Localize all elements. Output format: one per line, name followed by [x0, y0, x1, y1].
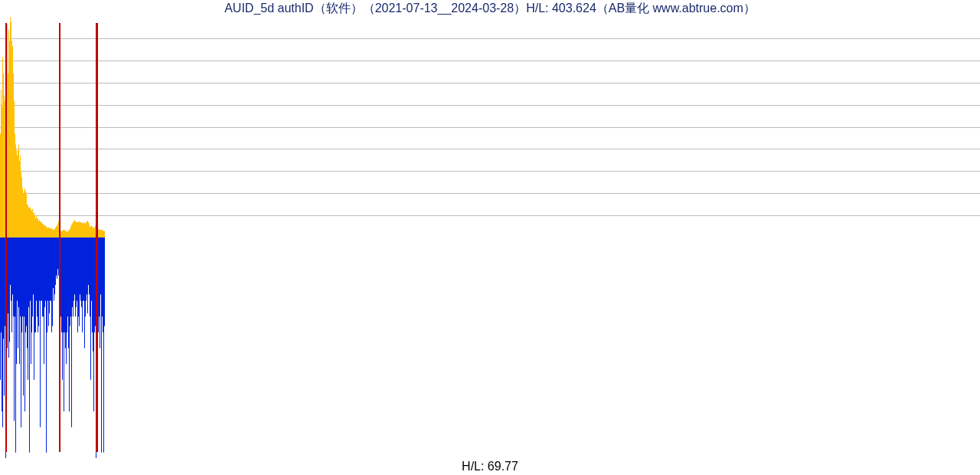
- svg-rect-240: [72, 238, 73, 307]
- svg-rect-228: [63, 238, 64, 332]
- svg-rect-204: [44, 238, 45, 307]
- svg-rect-232: [66, 238, 67, 364]
- svg-rect-80: [54, 229, 55, 238]
- svg-rect-255: [83, 238, 84, 301]
- svg-rect-180: [26, 238, 27, 326]
- svg-rect-212: [51, 238, 51, 301]
- svg-rect-142: [102, 230, 103, 238]
- svg-rect-102: [71, 224, 72, 238]
- svg-rect-27: [14, 101, 15, 238]
- svg-rect-188: [32, 238, 33, 316]
- svg-rect-157: [8, 238, 9, 358]
- svg-rect-35: [20, 156, 21, 238]
- svg-rect-141: [101, 230, 102, 238]
- svg-rect-196: [38, 238, 39, 326]
- svg-rect-24: [11, 41, 12, 238]
- svg-rect-218: [55, 238, 56, 285]
- svg-rect-250: [80, 238, 80, 294]
- svg-rect-197: [39, 238, 40, 301]
- svg-rect-281: [103, 238, 104, 453]
- svg-rect-166: [15, 238, 16, 453]
- svg-rect-227: [62, 238, 63, 380]
- svg-rect-215: [53, 238, 54, 288]
- svg-rect-151: [4, 238, 5, 395]
- svg-rect-278: [101, 238, 102, 453]
- svg-rect-55: [35, 218, 36, 238]
- svg-rect-47: [29, 208, 30, 238]
- svg-rect-229: [64, 238, 64, 411]
- svg-rect-263: [90, 238, 90, 316]
- svg-rect-11: [2, 106, 2, 238]
- svg-rect-32: [18, 150, 18, 238]
- svg-rect-82: [56, 227, 57, 238]
- svg-rect-208: [47, 238, 48, 301]
- svg-rect-21: [9, 41, 10, 238]
- svg-rect-253: [82, 238, 83, 332]
- svg-rect-53: [34, 213, 34, 238]
- svg-rect-50: [31, 210, 32, 238]
- svg-rect-161: [11, 238, 12, 332]
- svg-rect-137: [98, 229, 99, 238]
- svg-rect-193: [36, 238, 37, 301]
- svg-rect-150: [3, 238, 4, 339]
- svg-rect-56: [36, 215, 37, 238]
- svg-rect-18: [7, 25, 8, 238]
- svg-rect-252: [81, 238, 82, 307]
- svg-rect-48: [30, 208, 31, 238]
- svg-rect-169: [18, 238, 18, 348]
- svg-rect-43: [26, 194, 27, 238]
- svg-rect-132: [94, 228, 95, 238]
- svg-rect-96: [67, 232, 67, 238]
- svg-rect-159: [10, 238, 11, 285]
- svg-rect-221: [57, 238, 58, 269]
- svg-rect-119: [84, 223, 85, 238]
- svg-rect-81: [55, 228, 56, 238]
- svg-rect-109: [77, 222, 77, 238]
- svg-rect-155: [7, 238, 8, 348]
- svg-rect-112: [79, 221, 80, 238]
- svg-rect-120: [85, 223, 86, 238]
- svg-rect-149: [2, 238, 3, 428]
- svg-rect-116: [82, 223, 83, 238]
- svg-rect-147: [1, 238, 2, 332]
- svg-rect-175: [22, 238, 23, 316]
- svg-rect-89: [61, 231, 62, 238]
- svg-rect-168: [17, 238, 18, 301]
- svg-rect-88: [60, 231, 61, 238]
- svg-rect-167: [16, 238, 17, 364]
- svg-rect-274: [98, 238, 99, 332]
- svg-rect-129: [92, 227, 93, 238]
- svg-rect-37: [21, 178, 22, 238]
- svg-rect-217: [54, 238, 55, 294]
- svg-rect-277: [100, 238, 101, 294]
- svg-rect-128: [91, 225, 92, 238]
- svg-rect-76: [51, 229, 52, 238]
- svg-rect-152: [5, 238, 5, 326]
- svg-rect-182: [28, 238, 28, 380]
- svg-rect-172: [20, 238, 21, 316]
- svg-rect-57: [37, 218, 38, 238]
- svg-rect-101: [70, 227, 71, 238]
- svg-rect-233: [67, 238, 67, 332]
- svg-rect-28: [15, 133, 15, 238]
- svg-rect-162: [12, 238, 13, 294]
- svg-rect-130: [93, 228, 93, 238]
- svg-rect-40: [24, 191, 24, 238]
- svg-rect-62: [41, 222, 41, 238]
- svg-rect-257: [85, 238, 86, 316]
- svg-rect-194: [37, 238, 38, 316]
- svg-rect-219: [56, 238, 57, 276]
- svg-rect-191: [34, 238, 35, 332]
- svg-rect-58: [38, 218, 38, 238]
- svg-rect-282: [104, 238, 105, 326]
- svg-rect-13: [3, 74, 4, 238]
- svg-rect-242: [74, 238, 74, 301]
- svg-rect-280: [103, 238, 103, 332]
- svg-rect-176: [23, 238, 24, 395]
- svg-rect-213: [51, 238, 52, 332]
- svg-rect-265: [91, 238, 92, 301]
- svg-rect-192: [35, 238, 36, 332]
- svg-rect-105: [74, 221, 74, 238]
- svg-rect-38: [22, 188, 23, 238]
- svg-rect-63: [41, 222, 42, 238]
